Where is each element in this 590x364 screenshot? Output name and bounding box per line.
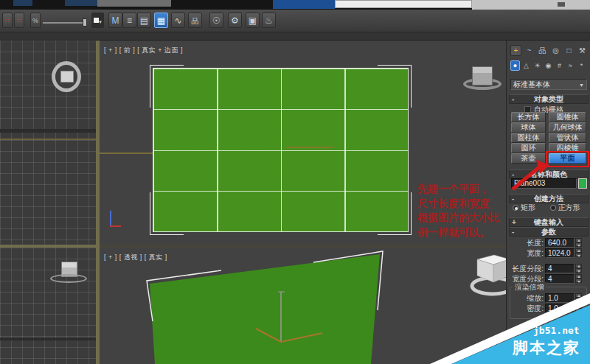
rollout-toggle-icon[interactable]: - [512,195,514,203]
rollout-title: 键盘输入 [534,218,563,226]
titlebar-fragment [13,0,32,6]
viewport-top-left[interactable] [0,41,96,245]
radio-rectangle[interactable] [513,205,518,211]
watermark-name: 脚本之家 [512,339,580,356]
button-sphere[interactable]: 球体 [511,122,546,133]
annotation-arrow [505,158,551,192]
align-icon[interactable]: ≡ [122,13,136,28]
length-spinner[interactable] [575,238,582,248]
subtab-space-warps[interactable]: ≈ [566,60,575,71]
tab-hierarchy[interactable]: 品 [537,45,548,56]
grid-dark-band [0,129,96,133]
curve-editor-icon[interactable]: ∿ [171,13,185,28]
background-titlebar [0,0,590,10]
width-field[interactable]: 1024.0 [545,248,575,258]
subtab-systems[interactable]: * [577,60,586,71]
rollout-parameters[interactable]: - 参数 [509,227,589,237]
toolbar-lower-band [0,32,590,41]
schematic-view-icon[interactable]: 品 [188,13,202,28]
rollout-object-type[interactable]: - 对象类型 [509,94,589,104]
button-tube[interactable]: 管状体 [549,133,586,143]
snap-toggle-icon[interactable]: ∷ [2,13,13,28]
grid-origin-line [0,139,96,140]
tab-utilities[interactable]: ⚒ [577,45,588,56]
radio-square-label: 正方形 [558,203,580,211]
length-segs-field[interactable]: 4 [545,264,575,273]
tab-modify[interactable]: ~ [524,45,535,56]
category-dropdown[interactable]: ▼ 标准基本体 [510,79,587,90]
annotation-line: 尺寸长度和宽度 [417,197,506,211]
world-axis-z [110,211,111,227]
selection-bracket [378,65,412,108]
tutorial-annotation: 先建一个平面， 尺寸长度和宽度 根据图片的大小比 例一样就可以。 [417,182,506,239]
dropdown-arrow-icon: ▾ [99,19,102,24]
category-dropdown-value: 标准基本体 [513,80,550,88]
rollout-title: 参数 [541,228,556,236]
rollout-toggle-icon[interactable]: + [512,218,516,226]
rollout-toggle-icon[interactable]: - [512,95,514,103]
viewcube[interactable] [472,66,493,85]
angle-snap-icon[interactable]: ∷ [14,13,24,28]
radio-rectangle-label: 矩形 [521,203,535,211]
layer-manager-icon[interactable]: ▤ [137,13,151,28]
selection-set-dropdown-icon[interactable]: ▾ [91,13,104,28]
world-axis-x [110,225,121,227]
tab-create[interactable]: + [510,45,521,56]
viewport-front-label[interactable]: [ + ] [ 前 ] [ 真实 + 边面 ] [104,46,183,55]
percent-snap-icon[interactable]: % [30,13,41,28]
subtab-shapes[interactable]: △ [521,60,531,71]
param-label: 长度: [508,238,544,248]
titlebar-fragment [65,0,97,6]
graphite-ribbon-toggle-icon[interactable]: ▦ [154,13,168,28]
subtab-helpers[interactable]: # [555,60,564,71]
rollout-toggle-icon[interactable]: - [512,228,514,236]
titlebar-fragment [97,0,171,7]
viewport-bottom-left[interactable] [0,248,96,364]
width-segs-spinner[interactable] [575,274,582,284]
chevron-down-icon: ▼ [579,80,584,90]
width-spinner[interactable] [575,248,582,258]
render-setup-icon[interactable]: ⚙ [228,13,242,28]
left-view-object-top [62,262,77,267]
selection-bracket [150,65,184,108]
creation-method-options: 矩形 正方形 [513,203,580,213]
length-segs-spinner[interactable] [575,264,582,273]
button-geosphere[interactable]: 几何球体 [549,122,586,133]
param-row-width: 宽度:1024.0 [508,248,589,258]
plane-object-front[interactable] [153,68,409,232]
viewport-splitter-left[interactable] [0,245,96,248]
annotation-line: 例一样就可以。 [417,225,506,240]
material-editor-icon[interactable]: ☉ [209,13,223,28]
length-field[interactable]: 640.0 [545,238,575,248]
watermark-site: jb51.net [533,325,580,336]
button-box[interactable]: 长方体 [511,112,546,122]
main-toolbar: ∷ ∷ % ▾ M ≡ ▤ ▦ ∿ 品 ☉ ⚙ ▣ ♨ [0,10,590,32]
toolbar-slider-handle[interactable] [83,18,87,27]
subtab-cameras[interactable]: ◉ [544,60,553,71]
mirror-icon[interactable]: M [108,13,122,28]
subtab-lights[interactable]: ☀ [532,60,542,71]
annotation-line: 先建一个平面， [417,182,506,197]
plane-top-view-inner [60,71,74,83]
button-cylinder[interactable]: 圆柱体 [511,133,546,143]
subtab-geometry[interactable]: ● [510,60,520,71]
tab-motion[interactable]: ◎ [550,45,561,56]
plane-object-perspective[interactable] [150,254,380,364]
rendered-frame-icon[interactable]: ▣ [246,13,260,28]
button-cone[interactable]: 圆锥体 [549,112,586,122]
button-torus[interactable]: 圆环 [511,143,546,153]
toolbar-slider[interactable] [43,22,87,24]
titlebar-searchbox-fragment [335,0,472,8]
object-color-swatch[interactable] [578,178,587,189]
titlebar-gray-fragment [472,0,590,10]
rollout-keyboard-entry[interactable]: + 键盘输入 [509,217,589,227]
render-production-icon[interactable]: ♨ [262,13,276,28]
tab-display[interactable]: □ [563,45,575,56]
radio-square[interactable] [550,205,556,211]
selection-bracket [378,192,412,235]
width-segs-field[interactable]: 4 [545,274,575,284]
param-label: 宽度: [508,248,544,258]
titlebar-button-fragment [558,2,565,7]
viewport-perspective-label[interactable]: [ + ] [ 透视 ] [ 真实 ] [104,253,167,262]
origin-axis-line [100,153,153,154]
